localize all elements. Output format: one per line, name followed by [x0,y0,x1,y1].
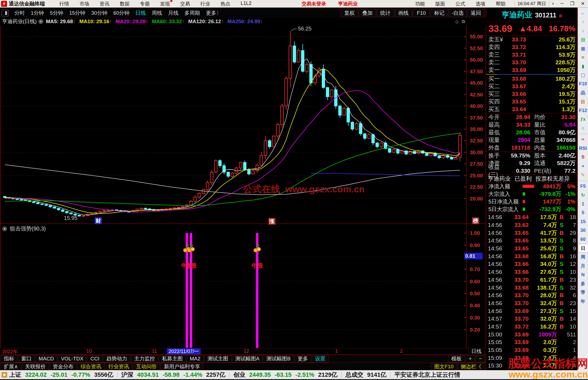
menu-item-功能[interactable]: 功能 [410,1,430,7]
period-tab-60分钟[interactable]: 60分钟 [110,10,132,17]
ext-tab-综合资讯[interactable]: 综合资讯 [77,363,105,370]
period-tab-分时[interactable]: 分时 [11,10,28,17]
menu-alert-亨迪药业[interactable]: 亨迪药业 [332,1,364,7]
menu-item-版面[interactable]: 版面 [430,1,450,7]
back-arrow-icon[interactable]: ← [578,9,588,18]
menu-item-热点[interactable]: 热点 [215,1,235,7]
back-button[interactable]: ‹ [549,1,557,7]
move-icon[interactable]: + [578,162,588,171]
buy-row[interactable]: 买三33.6619.5万 [486,90,578,98]
menu-item-专题[interactable]: 专题 [135,1,155,7]
indicator-tab-指标[interactable]: 指标 [1,355,17,363]
period-n[interactable]: N [578,270,588,279]
toolbar-button--自选[interactable]: -自选 [449,9,467,17]
sell-row[interactable]: 卖四33.72114.3万 [486,43,578,51]
period-more[interactable]: 更多〉 [203,10,225,17]
menu-item-数据[interactable]: 数据 [115,1,135,7]
f10-icon[interactable]: F10 [578,80,588,89]
template-button-−[interactable]: − [476,355,485,363]
matrix-quote-icon[interactable]: ▦ [578,44,588,53]
indicator-tab-窗口[interactable]: 窗口 [18,355,35,363]
period-60[interactable]: 60 [578,235,588,244]
indicator-tab-测试主图[interactable]: 测试主图 [204,355,231,363]
period-label-button[interactable]: 日线 [468,348,485,355]
period-15[interactable]: 15 [578,217,588,226]
period-tab-多周期[interactable]: 多周期 [182,10,203,17]
formula-icon[interactable]: ƒx [578,115,588,124]
period-tab-周线[interactable]: 周线 [149,10,165,17]
document-icon[interactable]: ▢ [578,71,588,80]
refresh-icon[interactable]: ↻ [578,191,588,200]
news-row[interactable]: 亨迪药业已盈利投票权无差异 [486,175,578,182]
pencil-icon[interactable]: ✎ [578,171,588,180]
toolbar-button-叠加[interactable]: 叠加 [359,9,376,17]
buy-row[interactable]: 买五33.641.3万 [486,105,578,113]
block-tree-icon[interactable]: 品 [578,89,588,98]
f12-icon[interactable]: F12 [578,106,588,115]
tick-list[interactable]: 14:5633.6417.5万B1814:5633.627.4万S714:563… [486,213,578,370]
indicator-tab-VOL-TDX[interactable]: VOL-TDX [58,355,87,363]
menu-alert-交易未登录[interactable]: 交易未登录 [296,1,332,7]
period-multi[interactable]: 多 [578,279,588,288]
menu-item-公式[interactable]: 公式 [450,1,470,7]
ext-tab-关联报价[interactable]: 关联报价 [22,363,49,370]
ext-tab-资金分布[interactable]: 资金分布 [50,363,77,370]
menu-item-市场[interactable]: 市场 [74,1,94,7]
period-tab-1分钟[interactable]: 1分钟 [28,10,47,17]
ext-right-侧边栏《[interactable]: 侧边栏《 [457,363,485,370]
up-arrow-icon[interactable]: ↑ [578,18,588,27]
menu-item-选项[interactable]: 选项 [470,1,491,7]
ext-tab-扩展∧[interactable]: 扩展∧ [1,363,21,370]
window-expand-icon[interactable]: ⧉ [462,19,465,24]
indicator-tab-趋势动力[interactable]: 趋势动力 [103,355,130,363]
period-30[interactable]: 30 [578,226,588,235]
chevron-down-icon[interactable]: ▾ [2,226,7,231]
indicator-tab-主力监控[interactable]: 主力监控 [131,355,158,363]
period-month[interactable]: 月 [578,262,588,270]
indicator-tab-测试幅图B[interactable]: 测试幅图B [263,355,294,363]
period-tab-15分钟[interactable]: 15分钟 [66,10,88,17]
period-tab-月线[interactable]: 月线 [165,10,182,17]
indicator-tab-私募主图[interactable]: 私募主图 [159,355,186,363]
s-icon[interactable]: S [578,153,588,162]
period-day[interactable]: 日 [578,244,588,253]
trend-line-icon[interactable]: ≈ [578,53,588,62]
ext-right-图文F10[interactable]: 图文F10 [431,363,457,370]
ext-tab-行业资讯[interactable]: 行业资讯 [105,363,132,370]
rsi-icon[interactable]: RSI [578,144,588,153]
down-arrow-icon[interactable]: ↓ [578,26,588,35]
period-tab-日线[interactable]: 日线 [133,10,149,17]
buy-row[interactable]: 买四33.6515.1万 [486,98,578,105]
period-5[interactable]: 5 [578,208,588,217]
wave-icon[interactable]: ≈ [578,135,588,144]
toolbar-button-F10[interactable]: F10 [413,9,430,17]
minimize-button[interactable]: ─ [557,1,567,7]
indicator-tab-设置[interactable]: 设置 [312,355,329,363]
buy-row[interactable]: 买二33.672.4万 [486,83,578,90]
indicator-tab-MA2[interactable]: MA2 [186,355,204,363]
toolbar-button-统计[interactable]: 统计 [377,9,394,17]
chevron-down-icon[interactable]: ▾ [38,19,43,24]
menu-item-行业[interactable]: 行业 [195,1,215,7]
period-tab-5分钟[interactable]: 5分钟 [47,10,66,17]
f5-icon[interactable]: F5 [578,182,588,191]
ext-tab-互动问答[interactable]: 互动问答 [133,363,160,370]
template-button-+[interactable]: + [465,355,475,363]
toolbar-button-标记[interactable]: 标记 [431,9,448,17]
kline-icon[interactable]: ▮ [578,62,588,71]
indicator-tab-CCI[interactable]: CCI [87,355,103,363]
app-logo-icon[interactable] [1,1,7,7]
buy-row[interactable]: 买一33.68180.2万 [486,75,578,83]
menu-item-发现[interactable]: 发现 [155,1,175,7]
sell-row[interactable]: 卖一33.691050万 [486,66,578,74]
toolbar-button-返回[interactable]: 返回 [467,9,485,17]
indicator-tab-更多[interactable]: 更多 [295,355,311,363]
period-tab-30分钟[interactable]: 30分钟 [88,10,110,17]
template-button-模板[interactable]: 模板 [448,355,465,363]
menu-item-行情[interactable]: 行情 [54,1,74,7]
zixuan-icon[interactable]: 自 [578,97,588,106]
menu-item-交易[interactable]: 交易 [175,1,195,7]
menu-item-L1L2[interactable]: L1L2 [235,1,257,7]
menu-item-资讯[interactable]: 资讯 [94,1,115,7]
indicator-chart[interactable]: 1.000.900.800.700.600.500.400.300.20牛股牛股… [0,224,486,348]
